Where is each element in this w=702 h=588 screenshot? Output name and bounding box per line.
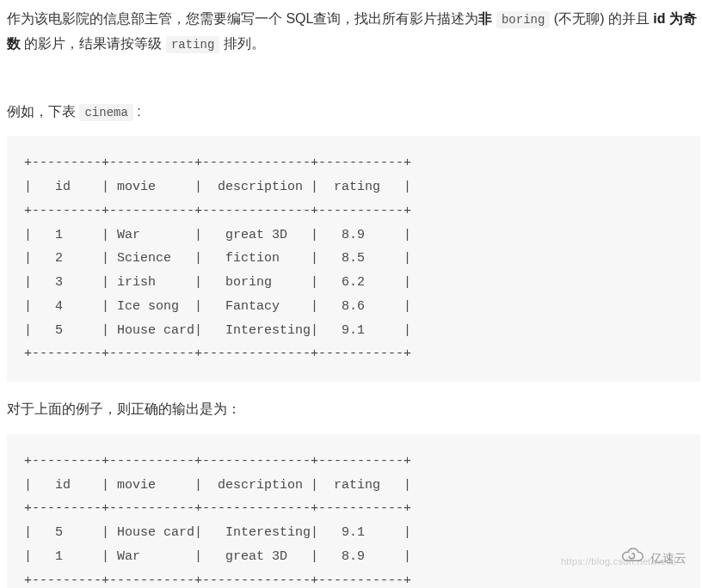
paren-boring: (不无聊) 的并且: [554, 11, 650, 26]
table-row: | 5 | House card| Interesting| 9.1 |: [24, 525, 411, 540]
table-row: | 4 | Ice song | Fantacy | 8.6 |: [24, 299, 411, 314]
example-intro: 例如，下表 cinema :: [7, 100, 702, 125]
intro-text-2: 的影片，结果请按等级: [24, 36, 162, 51]
table-row: | 2 | Science | fiction | 8.5 |: [24, 251, 411, 266]
bold-not: 非: [478, 11, 492, 26]
table-row: | 5 | House card| Interesting| 9.1 |: [24, 323, 411, 338]
output-intro: 对于上面的例子，则正确的输出是为：: [7, 397, 702, 422]
code-cinema: cinema: [79, 104, 132, 121]
table-sep: +---------+-----------+--------------+--…: [24, 501, 411, 516]
code-boring: boring: [496, 11, 550, 28]
code-rating: rating: [166, 36, 219, 53]
example-intro-text1: 例如，下表: [7, 104, 76, 119]
cinema-table-block: +---------+-----------+--------------+--…: [7, 136, 700, 382]
table-sep: +---------+-----------+--------------+--…: [24, 454, 411, 469]
table-sep: +---------+-----------+--------------+--…: [24, 573, 411, 588]
table-header: | id | movie | description | rating |: [24, 478, 411, 493]
table-header: | id | movie | description | rating |: [24, 180, 411, 194]
spacer: [7, 69, 702, 100]
problem-statement-line1: 作为该电影院的信息部主管，您需要编写一个 SQL查询，找出所有影片描述为非 bo…: [7, 7, 702, 57]
output-table-block: +---------+-----------+--------------+--…: [7, 434, 700, 588]
table-sep: +---------+-----------+--------------+--…: [24, 346, 411, 361]
document-body: 作为该电影院的信息部主管，您需要编写一个 SQL查询，找出所有影片描述为非 bo…: [0, 0, 702, 588]
intro-text-1: 作为该电影院的信息部主管，您需要编写一个 SQL查询，找出所有影片描述为: [7, 11, 478, 26]
table-sep: +---------+-----------+--------------+--…: [24, 156, 411, 170]
table-row: | 1 | War | great 3D | 8.9 |: [24, 228, 411, 242]
table-row: | 3 | irish | boring | 6.2 |: [24, 275, 411, 290]
table-sep: +---------+-----------+--------------+--…: [24, 204, 411, 218]
table-row: | 1 | War | great 3D | 8.9 |: [24, 549, 411, 564]
example-intro-text2: :: [137, 104, 140, 119]
intro-text-3: 排列。: [224, 36, 265, 51]
